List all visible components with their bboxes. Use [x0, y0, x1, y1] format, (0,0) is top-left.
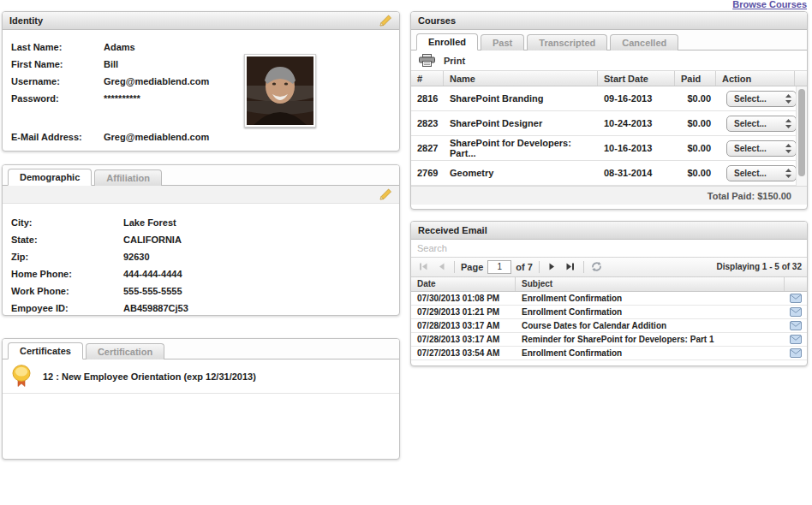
course-action-select[interactable]: Select...	[726, 91, 797, 107]
award-medal-icon	[11, 365, 32, 388]
last-page-icon[interactable]	[564, 260, 577, 274]
course-name: SharePoint Branding	[444, 93, 598, 104]
select-value: Select...	[734, 169, 767, 178]
course-action-cell: Select...	[716, 140, 797, 157]
course-action-cell: Select...	[716, 91, 797, 107]
tab-certificates[interactable]: Certificates	[8, 342, 83, 359]
email-subject: Enrollment Confirmation	[516, 348, 785, 358]
tab-transcripted[interactable]: Transcripted	[527, 34, 607, 50]
refresh-icon[interactable]	[590, 260, 604, 274]
column-header-action[interactable]: Action	[716, 71, 795, 86]
total-paid: Total Paid: $150.00	[708, 191, 791, 201]
course-name: SharePoint Designer	[444, 118, 598, 128]
course-row: 2816 SharePoint Branding 09-16-2013 $0.0…	[411, 86, 807, 111]
email-grid-header: Date Subject	[411, 277, 807, 292]
envelope-icon[interactable]	[790, 335, 802, 344]
first-page-icon[interactable]	[416, 260, 430, 274]
printer-icon[interactable]	[419, 54, 435, 67]
email-row[interactable]: 07/29/2013 01:21 PM Enrollment Confirmat…	[411, 306, 807, 319]
search-input[interactable]	[411, 241, 807, 258]
field-label: City:	[11, 217, 123, 228]
column-header-startdate[interactable]: Start Date	[598, 71, 675, 86]
course-action-select[interactable]: Select...	[726, 116, 797, 132]
email-subject: Enrollment Confirmation	[516, 307, 785, 317]
column-header-id[interactable]: #	[411, 71, 444, 86]
tab-affiliation[interactable]: Affiliation	[94, 169, 162, 186]
demographic-field-state: State: CALIFORNIA	[11, 231, 391, 248]
courses-grid-header: # Name Start Date Paid Action	[411, 71, 807, 86]
print-button[interactable]: Print	[444, 56, 465, 66]
field-label: Empoyee ID:	[11, 303, 123, 313]
course-row: 2823 SharePoint Designer 10-24-2013 $0.0…	[411, 111, 807, 136]
courses-scrollbar[interactable]	[796, 86, 807, 186]
course-paid: $0.00	[675, 93, 716, 104]
demographic-tabs: Demographic Affiliation	[3, 165, 399, 186]
field-value: Lake Forest	[123, 217, 176, 228]
tab-demographic[interactable]: Demographic	[8, 169, 92, 186]
email-pagination: Page of 7 Displaying 1 - 5 of 32	[411, 258, 807, 277]
edit-pencil-icon[interactable]	[379, 15, 392, 27]
page-label: Page	[461, 262, 483, 272]
edit-pencil-icon[interactable]	[379, 188, 392, 200]
scrollbar-thumb[interactable]	[798, 89, 805, 176]
tab-cancelled[interactable]: Cancelled	[610, 34, 678, 50]
course-action-cell: Select...	[716, 116, 797, 132]
envelope-icon[interactable]	[790, 321, 802, 330]
tab-past[interactable]: Past	[481, 34, 524, 50]
email-row[interactable]: 07/27/2013 03:54 AM Enrollment Confirmat…	[411, 347, 807, 360]
email-search-row	[411, 240, 807, 258]
course-action-select[interactable]: Select...	[726, 140, 797, 157]
course-name: SharePoint for Developers: Part...	[444, 138, 598, 158]
identity-panel-header: Identity	[3, 12, 399, 30]
envelope-icon[interactable]	[790, 294, 802, 303]
page-number-input[interactable]	[487, 260, 511, 274]
email-panel-header: Received Email	[411, 222, 807, 240]
course-start-date: 10-24-2013	[598, 118, 675, 128]
envelope-icon[interactable]	[790, 348, 802, 358]
field-value: 444-444-4444	[123, 269, 182, 279]
email-date: 07/29/2013 01:21 PM	[411, 307, 516, 317]
select-value: Select...	[734, 119, 767, 128]
envelope-icon[interactable]	[790, 307, 802, 317]
courses-rows: 2816 SharePoint Branding 09-16-2013 $0.0…	[411, 86, 807, 186]
up-down-arrows-icon	[785, 119, 791, 128]
email-title: Received Email	[418, 225, 487, 235]
courses-panel-header: Courses	[411, 12, 807, 30]
email-row[interactable]: 07/28/2013 03:17 AM Reminder for SharePo…	[411, 333, 807, 347]
up-down-arrows-icon	[785, 94, 791, 104]
courses-toolbar: Print	[411, 50, 807, 71]
certificates-panel: Certificates Certification 12 : New Empl…	[2, 338, 400, 460]
course-paid: $0.00	[675, 143, 716, 153]
column-header-date[interactable]: Date	[411, 277, 516, 291]
certificate-text: 12 : New Employee Orientation (exp 12/31…	[43, 371, 256, 382]
demographic-body: City: Lake Forest State: CALIFORNIA Zip:…	[3, 204, 399, 316]
course-row: 2769 Geometry 08-31-2014 $0.00 Select...	[411, 161, 807, 186]
field-value: 92630	[123, 252, 150, 262]
email-subject: Reminder for SharePoint for Developers: …	[516, 335, 785, 344]
identity-panel: Identity Last Name: Adams First Name: Bi…	[2, 11, 400, 152]
field-label: First Name:	[11, 59, 104, 69]
identity-field-firstname: First Name: Bill	[11, 56, 391, 73]
email-row[interactable]: 07/28/2013 03:17 AM Course Dates for Cal…	[411, 319, 807, 333]
column-header-name[interactable]: Name	[444, 71, 598, 86]
tab-certification[interactable]: Certification	[86, 343, 164, 359]
browse-courses-link[interactable]: Browse Courses	[732, 0, 807, 9]
column-header-paid[interactable]: Paid	[675, 71, 716, 86]
course-action-select[interactable]: Select...	[726, 165, 797, 181]
column-header-subject[interactable]: Subject	[516, 277, 785, 291]
demographic-field-homephone: Home Phone: 444-444-4444	[11, 265, 391, 282]
course-id: 2827	[411, 143, 444, 153]
field-label: Last Name:	[11, 42, 104, 52]
next-page-icon[interactable]	[546, 260, 559, 274]
field-label: Username:	[11, 76, 104, 86]
course-row: 2827 SharePoint for Developers: Part... …	[411, 136, 807, 161]
field-value: Adams	[104, 42, 135, 52]
course-paid: $0.00	[675, 168, 716, 178]
tab-enrolled[interactable]: Enrolled	[416, 33, 478, 50]
prev-page-icon[interactable]	[434, 260, 448, 274]
identity-field-email: E-Mail Address: Greg@mediablend.com	[11, 128, 391, 146]
course-id: 2769	[411, 168, 444, 178]
up-down-arrows-icon	[785, 169, 791, 178]
email-row[interactable]: 07/30/2013 01:08 PM Enrollment Confirmat…	[411, 292, 807, 306]
email-date: 07/27/2013 03:54 AM	[411, 348, 516, 358]
